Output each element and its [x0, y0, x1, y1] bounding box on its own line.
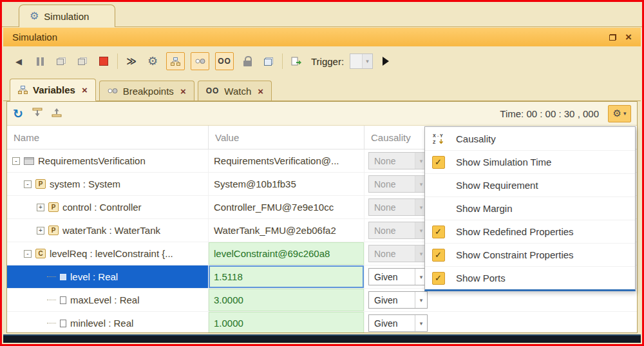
document-tab-strip: ⚙ Simulation — [2, 2, 642, 27]
import-values-icon[interactable] — [52, 108, 62, 120]
row-name: control : Controller — [62, 202, 142, 213]
float-window-icon[interactable] — [609, 34, 616, 41]
column-header-name[interactable]: Name — [7, 126, 208, 149]
copy-icon[interactable] — [264, 57, 273, 66]
menu-item-label: Causality — [448, 133, 496, 144]
row-value[interactable]: 1.0000 — [208, 312, 364, 332]
sort-columns-icon: X - Y Z — [432, 132, 445, 145]
close-tab-icon[interactable]: × — [180, 86, 186, 97]
tree-line — [47, 276, 56, 277]
chevron-down-icon: ▾ — [415, 292, 427, 308]
row-value[interactable]: 1.5118 — [208, 265, 364, 288]
row-name: RequirementsVerification — [38, 155, 146, 166]
tab-variables[interactable]: Variables × — [10, 79, 96, 101]
close-tab-icon[interactable]: × — [258, 86, 263, 97]
row-name: system : System — [50, 178, 120, 189]
expand-icon[interactable]: + — [37, 227, 44, 235]
row-value: System@10b1fb35 — [208, 173, 364, 195]
causality-dropdown[interactable]: None ▾ — [368, 198, 428, 216]
causality-dropdown[interactable]: None ▾ — [368, 245, 428, 262]
menu-item-show-ports[interactable]: ✓ Show Ports — [425, 266, 635, 289]
variables-toolbar: ↻ Time: 00 : 00 : 30 , 000 ⚙ ▾ — [7, 102, 637, 126]
row-value[interactable]: 3.0000 — [208, 289, 364, 311]
causality-dropdown[interactable]: None ▾ — [368, 152, 428, 169]
export-values-icon[interactable] — [32, 108, 43, 120]
collapse-icon[interactable]: - — [24, 180, 32, 188]
breakpoints-view-toggle[interactable] — [191, 52, 209, 70]
checkmark-icon: ✓ — [432, 226, 445, 238]
checkmark-icon: ✓ — [432, 272, 445, 285]
close-icon[interactable]: × — [625, 32, 632, 43]
menu-item-show-constraint-properties[interactable]: ✓ Show Constraint Properties — [425, 243, 635, 266]
view-tab-bar: Variables × Breakpoints × OO Watch × — [3, 76, 641, 101]
menu-item-show-margin[interactable]: Show Margin — [425, 197, 635, 220]
row-value: Controller_FMU@7e9e10cc — [208, 196, 364, 218]
tab-label: Watch — [224, 86, 251, 97]
breakpoints-icon — [195, 58, 205, 64]
export-icon[interactable] — [289, 53, 304, 70]
trigger-dropdown[interactable]: ▾ — [350, 53, 373, 69]
svg-text:Z: Z — [433, 140, 436, 144]
table-row[interactable]: maxLevel : Real 3.0000 Given ▾ — [7, 289, 637, 312]
play-icon[interactable] — [383, 57, 389, 66]
chevron-down-icon: ▾ — [362, 54, 372, 68]
simulation-window: ⚙ Simulation Simulation × ◀ ≫ ⚙ — [0, 0, 644, 346]
lock-icon[interactable] — [243, 61, 252, 66]
svg-text:Y: Y — [440, 133, 443, 138]
step-over-icon[interactable] — [57, 57, 66, 65]
bottom-panel-edge — [3, 334, 641, 343]
hierarchy-icon — [171, 57, 180, 66]
value-property-icon — [60, 320, 66, 327]
doc-tab-label: Simulation — [44, 11, 89, 22]
tab-watch[interactable]: OO Watch × — [198, 81, 272, 101]
menu-item-label: Show Ports — [448, 273, 506, 284]
variables-view-toggle[interactable] — [166, 52, 185, 70]
watch-icon: OO — [206, 86, 220, 95]
checkmark-icon: ✓ — [432, 249, 445, 262]
causality-dropdown[interactable]: Given ▾ — [368, 268, 428, 285]
value-property-icon — [60, 296, 66, 304]
menu-item-causality[interactable]: X - Y Z Causality — [425, 127, 635, 150]
menu-item-show-requirement[interactable]: Show Requirement — [425, 173, 635, 197]
doc-tab-simulation[interactable]: ⚙ Simulation — [19, 5, 115, 27]
gear-icon: ⚙ — [30, 11, 39, 21]
panel-title: Simulation — [12, 32, 57, 43]
close-tab-icon[interactable]: × — [82, 84, 88, 95]
svg-text:-: - — [437, 133, 439, 138]
refresh-icon[interactable]: ↻ — [13, 108, 23, 120]
simulation-time-label: Time: 00 : 00 : 30 , 000 — [500, 108, 599, 119]
tab-breakpoints[interactable]: Breakpoints × — [99, 81, 194, 101]
column-header-value[interactable]: Value — [208, 126, 364, 149]
menu-item-show-simulation-time[interactable]: ✓ Show Simulation Time — [425, 150, 635, 173]
expand-icon[interactable]: + — [37, 204, 44, 211]
menu-item-show-redefined-properties[interactable]: ✓ Show Redefined Properties — [425, 220, 635, 243]
row-name: maxLevel : Real — [70, 294, 140, 305]
toolbar-divider — [282, 53, 283, 69]
gear-icon: ⚙ — [613, 108, 621, 119]
watch-icon: OO — [218, 57, 231, 66]
toolbar-divider — [117, 53, 118, 69]
causality-dropdown[interactable]: Given ▾ — [368, 291, 428, 309]
causality-dropdown[interactable]: None ▾ — [368, 175, 428, 193]
pause-icon[interactable] — [32, 53, 48, 70]
watch-view-toggle[interactable]: OO — [215, 52, 234, 70]
causality-dropdown[interactable]: None ▾ — [368, 222, 428, 239]
stop-icon[interactable] — [99, 57, 108, 66]
settings-gear-icon[interactable]: ⚙ — [145, 53, 160, 70]
step-into-icon[interactable] — [78, 57, 87, 65]
column-options-button[interactable]: ⚙ ▾ — [608, 105, 631, 122]
tab-label: Breakpoints — [123, 86, 174, 97]
collapse-icon[interactable]: - — [24, 250, 32, 258]
table-row[interactable]: minlevel : Real 1.0000 Given ▾ — [7, 312, 637, 332]
toolbar-overflow-icon[interactable]: ≫ — [124, 53, 139, 70]
collapse-icon[interactable]: - — [12, 157, 20, 165]
row-name: level : Real — [70, 271, 118, 282]
part-property-icon: P — [48, 226, 59, 235]
column-options-menu: X - Y Z Causality ✓ Show Simulation Time… — [424, 126, 636, 291]
step-back-icon[interactable]: ◀ — [11, 53, 26, 70]
menu-item-label: Show Constraint Properties — [448, 249, 574, 260]
row-value: RequirementsVerification@... — [208, 149, 364, 172]
menu-item-label: Show Requirement — [448, 180, 538, 191]
causality-dropdown[interactable]: Given ▾ — [368, 314, 428, 332]
breakpoints-icon — [108, 88, 118, 94]
